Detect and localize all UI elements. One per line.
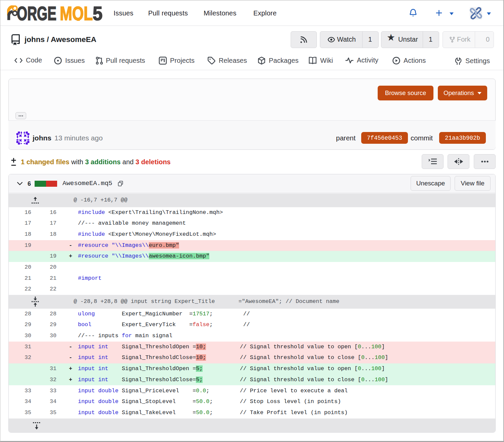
svg-text:5: 5 (93, 5, 102, 21)
svg-text:MQL: MQL (60, 5, 93, 21)
svg-text:ORGE: ORGE (17, 5, 56, 21)
